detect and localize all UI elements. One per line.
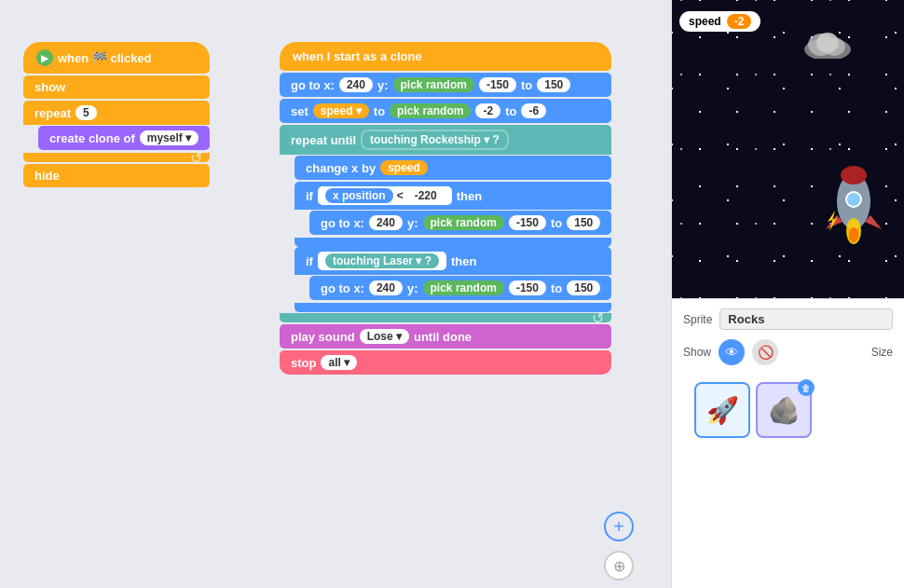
lose-chevron-icon: ▾ bbox=[396, 330, 402, 343]
repeat-header[interactable]: repeat 5 bbox=[23, 101, 210, 125]
hide-label: hide bbox=[34, 169, 60, 183]
laser-condition[interactable]: touching Laser ▾ ? bbox=[318, 252, 446, 270]
delete-badge-rocks[interactable]: 🗑 bbox=[798, 379, 815, 396]
pick-random-4[interactable]: pick random bbox=[423, 280, 504, 295]
hat-block-clone[interactable]: when I start as a clone bbox=[280, 42, 611, 71]
lose-dropdown[interactable]: Lose ▾ bbox=[360, 329, 409, 344]
xpos-condition[interactable]: x position < -220 bbox=[318, 186, 452, 205]
speed-badge-value: -2 bbox=[727, 14, 752, 29]
if-laser-bottom bbox=[294, 303, 611, 312]
add-button[interactable]: + bbox=[604, 512, 634, 541]
goto-label-2: go to x: bbox=[321, 216, 364, 230]
speed-dropdown[interactable]: speed ▾ bbox=[313, 103, 369, 118]
repeat-until-body: change x by speed if x position < -220 t… bbox=[294, 156, 611, 312]
play-sound-label: play sound bbox=[291, 330, 355, 344]
if-laser-body: go to x: 240 y: pick random -150 to 150 bbox=[309, 276, 611, 302]
hat-block-clicked[interactable]: ▶ when 🏁 clicked bbox=[23, 42, 210, 74]
myself-dropdown[interactable]: myself ▾ bbox=[140, 130, 199, 145]
show-block[interactable]: show bbox=[23, 75, 210, 99]
r1-max[interactable]: 150 bbox=[537, 77, 570, 92]
x-value-3[interactable]: 240 bbox=[369, 280, 403, 295]
if-laser-header[interactable]: if touching Laser ▾ ? then bbox=[294, 247, 611, 275]
repeat-label: repeat bbox=[34, 106, 71, 120]
svg-point-10 bbox=[849, 227, 858, 242]
laser-dropdown[interactable]: Laser ▾ bbox=[383, 254, 421, 267]
stage: speed -2 bbox=[672, 0, 904, 298]
touching-label-2: touching bbox=[333, 254, 380, 267]
sprite-info-panel: Sprite Show 👁 🚫 Size 🚀 🪨 🗑 bbox=[672, 298, 904, 588]
to-3: to bbox=[551, 216, 562, 230]
goto-block-3[interactable]: go to x: 240 y: pick random -150 to 150 bbox=[309, 276, 611, 300]
change-x-block[interactable]: change x by speed bbox=[294, 156, 611, 180]
sprite-thumb-rocketship[interactable]: 🚀 bbox=[694, 382, 750, 438]
sprite-thumbnails: 🚀 🪨 🗑 bbox=[683, 375, 893, 445]
xpos-oval[interactable]: x position bbox=[325, 188, 393, 203]
pick-random-3[interactable]: pick random bbox=[423, 215, 504, 230]
lt-operator: < bbox=[397, 189, 404, 202]
goto-label-3: go to x: bbox=[321, 281, 364, 295]
if-xpos-header[interactable]: if x position < -220 then bbox=[294, 182, 611, 210]
sprite-thumb-rocks[interactable]: 🪨 🗑 bbox=[756, 382, 812, 438]
question-mark-2: ? bbox=[425, 254, 431, 267]
play-sound-block[interactable]: play sound Lose ▾ until done bbox=[280, 324, 611, 349]
r3-min[interactable]: -150 bbox=[509, 215, 546, 230]
repeat-until-header[interactable]: repeat until touching Rocketship ▾ ? bbox=[280, 125, 611, 155]
goto-label: go to x: bbox=[291, 78, 335, 92]
touching-rocketship[interactable]: touching Rocketship ▾ ? bbox=[361, 130, 509, 150]
laser-chevron-icon: ▾ bbox=[416, 254, 421, 267]
hide-block[interactable]: hide bbox=[23, 164, 210, 187]
goto-block-1[interactable]: go to x: 240 y: pick random -150 to 150 bbox=[280, 73, 611, 97]
rocketship-chevron-icon: ▾ bbox=[484, 133, 489, 146]
chevron-down-icon: ▾ bbox=[185, 131, 191, 144]
show-label: show bbox=[34, 80, 65, 94]
pick-random-2[interactable]: pick random bbox=[390, 103, 471, 118]
svg-point-3 bbox=[816, 33, 839, 53]
set-speed-block[interactable]: set speed ▾ to pick random -2 to -6 bbox=[280, 99, 611, 123]
all-dropdown[interactable]: all ▾ bbox=[321, 355, 357, 370]
question-mark-1: ? bbox=[492, 133, 499, 146]
speed-oval[interactable]: speed bbox=[380, 160, 428, 175]
stop-label: stop bbox=[291, 356, 316, 370]
size-label: Size bbox=[871, 346, 893, 359]
svg-point-5 bbox=[841, 166, 867, 185]
eye-slash-button[interactable]: 🚫 bbox=[752, 339, 778, 365]
if-xpos-block[interactable]: if x position < -220 then go to x: 240 bbox=[294, 182, 611, 247]
hat-label: when 🏁 clicked bbox=[58, 51, 152, 65]
r2-min[interactable]: -2 bbox=[475, 103, 500, 118]
cloud bbox=[802, 26, 854, 62]
show-row-label: Show bbox=[683, 346, 711, 359]
r4-max[interactable]: 150 bbox=[567, 280, 600, 295]
right-script: when I start as a clone go to x: 240 y: … bbox=[280, 42, 611, 376]
pick-random-1[interactable]: pick random bbox=[393, 77, 474, 92]
repeat-value[interactable]: 5 bbox=[75, 105, 97, 120]
neg220-value[interactable]: -220 bbox=[407, 188, 445, 203]
if-label-1: if bbox=[306, 189, 313, 203]
repeat-body: create clone of myself ▾ bbox=[38, 126, 210, 152]
r3-max[interactable]: 150 bbox=[567, 215, 600, 230]
x-value-1[interactable]: 240 bbox=[339, 77, 373, 92]
create-clone-label: create clone of bbox=[49, 131, 135, 145]
scroll-button[interactable]: ⊕ bbox=[604, 551, 634, 581]
repeat-block[interactable]: repeat 5 create clone of myself ▾ ↺ bbox=[23, 101, 210, 162]
y-label-2: y: bbox=[407, 216, 418, 230]
x-value-2[interactable]: 240 bbox=[369, 215, 403, 230]
repeat-until-label: repeat until bbox=[291, 133, 356, 147]
sprite-name-input[interactable] bbox=[719, 308, 893, 330]
repeat-bottom: ↺ bbox=[23, 153, 210, 162]
r2-max[interactable]: -6 bbox=[521, 103, 546, 118]
stop-block[interactable]: stop all ▾ bbox=[280, 350, 611, 375]
then-label-2: then bbox=[451, 254, 476, 268]
rocketship-dropdown[interactable]: Rocketship ▾ bbox=[420, 133, 489, 146]
all-chevron-icon: ▾ bbox=[344, 356, 349, 369]
r4-min[interactable]: -150 bbox=[509, 280, 546, 295]
create-clone-block[interactable]: create clone of myself ▾ bbox=[38, 126, 210, 150]
goto-block-2[interactable]: go to x: 240 y: pick random -150 to 150 bbox=[309, 211, 611, 235]
repeat-until-bottom: ↺ bbox=[280, 313, 611, 322]
r1-min[interactable]: -150 bbox=[479, 77, 516, 92]
eye-button[interactable]: 👁 bbox=[719, 339, 745, 365]
sprite-label: Sprite bbox=[683, 313, 712, 326]
touching-laser[interactable]: touching Laser ▾ ? bbox=[325, 253, 439, 268]
clone-hat-label: when I start as a clone bbox=[293, 49, 422, 63]
repeat-until-block[interactable]: repeat until touching Rocketship ▾ ? cha… bbox=[280, 125, 611, 322]
if-laser-block[interactable]: if touching Laser ▾ ? then bbox=[294, 247, 611, 312]
